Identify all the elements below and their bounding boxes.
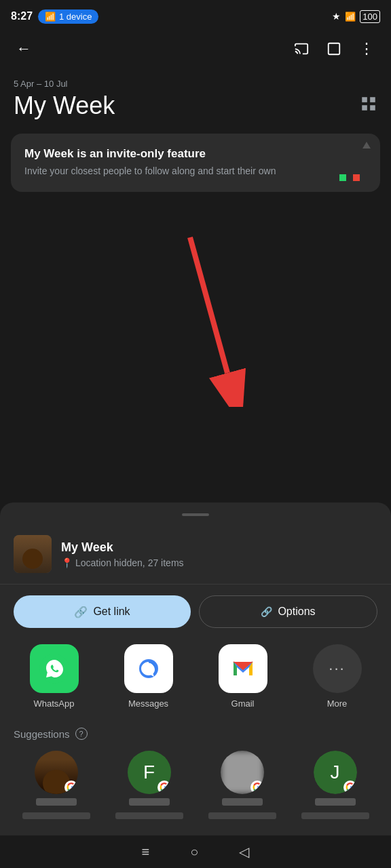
wifi-icon: 📶 — [45, 12, 56, 22]
svg-line-7 — [190, 237, 227, 373]
sheet-profile-name: My Week — [61, 540, 184, 555]
messages-label: Messages — [128, 698, 168, 709]
more-icon: ⋮ — [359, 40, 374, 58]
suggestion-avatar-4: J — [314, 751, 357, 794]
page-title-row: My Week — [14, 92, 377, 120]
system-nav: ≡ ○ ◁ — [0, 835, 391, 868]
screen-button[interactable] — [320, 35, 348, 62]
status-right: ★ 📶 100 — [332, 10, 380, 23]
suggestion-avatar-3 — [221, 751, 264, 794]
suggestion-avatar-2: F — [128, 751, 171, 794]
more-label: More — [327, 698, 348, 709]
options-label: Options — [278, 606, 315, 618]
suggestions-header: Suggestions ? — [14, 728, 377, 740]
get-link-label: Get link — [93, 606, 130, 618]
suggestion-person-2[interactable]: F — [107, 751, 191, 806]
svg-rect-2 — [362, 97, 367, 102]
svg-rect-3 — [370, 97, 375, 102]
share-more[interactable]: ··· More — [290, 644, 384, 709]
suggestions-section: Suggestions ? — [0, 722, 391, 830]
person4-initial: J — [331, 762, 340, 783]
suggestion-name-2 — [129, 798, 170, 806]
grid-view-button[interactable] — [360, 95, 377, 117]
profile-avatar — [14, 535, 52, 573]
name-blur-3 — [208, 812, 276, 819]
share-messages[interactable]: Messages — [101, 644, 196, 709]
sheet-profile-row: My Week 📍 Location hidden, 27 items — [0, 527, 391, 585]
status-bar: 8:27 📶 1 device ★ 📶 100 — [0, 0, 391, 30]
name-blur-4 — [301, 812, 369, 819]
suggestion-person-1[interactable] — [14, 751, 98, 806]
svg-rect-5 — [370, 105, 375, 111]
suggestions-row: F — [14, 751, 377, 806]
more-button[interactable]: ⋮ — [353, 35, 380, 62]
suggestions-help-icon[interactable]: ? — [75, 728, 88, 740]
suggestion-name-1 — [36, 798, 77, 806]
google-photos-badge-2 — [157, 781, 171, 794]
whatsapp-icon — [30, 644, 79, 693]
google-photos-badge-3 — [250, 781, 264, 794]
bluetooth-icon: ★ — [332, 11, 341, 22]
cast-button[interactable] — [288, 35, 315, 62]
link-icon: 🔗 — [74, 606, 88, 618]
suggestion-person-3[interactable] — [200, 751, 284, 806]
more-apps-icon: ··· — [313, 644, 362, 693]
person2-initial: F — [143, 762, 155, 783]
name-blur-2 — [115, 812, 183, 819]
share-apps-row: WhatsApp Messages — [0, 642, 391, 722]
page-header: 5 Apr – 10 Jul My Week — [0, 68, 391, 128]
hotspot-label: 1 device — [59, 12, 92, 22]
signal-icon: 📶 — [345, 12, 356, 22]
gmail-label: Gmail — [231, 698, 255, 709]
share-gmail[interactable]: Gmail — [196, 644, 290, 709]
battery-icon: 100 — [360, 10, 380, 23]
svg-rect-4 — [362, 105, 367, 111]
suggestion-person-4[interactable]: J — [293, 751, 377, 806]
home-nav-button[interactable]: ○ — [190, 844, 198, 860]
hotspot-badge: 📶 1 device — [38, 9, 98, 24]
suggestion-name-3 — [222, 798, 263, 806]
name-blur-1 — [22, 812, 90, 819]
back-button[interactable]: ← — [11, 35, 37, 63]
gmail-icon — [219, 644, 267, 693]
sheet-profile-meta: 📍 Location hidden, 27 items — [61, 557, 184, 568]
top-nav: ← ⋮ — [0, 30, 391, 68]
location-icon: 📍 — [61, 557, 73, 568]
action-buttons: 🔗 Get link 🔗 Options — [0, 595, 391, 642]
back-nav-button[interactable]: ◁ — [239, 844, 249, 860]
whatsapp-label: WhatsApp — [34, 698, 75, 709]
options-button[interactable]: 🔗 Options — [199, 595, 377, 628]
google-photos-badge-4 — [343, 781, 357, 794]
sheet-profile-info: My Week 📍 Location hidden, 27 items — [61, 540, 184, 568]
svg-rect-1 — [329, 43, 340, 55]
options-link-icon: 🔗 — [261, 606, 272, 617]
invite-card-title: My Week is an invite-only feature — [24, 147, 367, 161]
menu-nav-button[interactable]: ≡ — [142, 844, 150, 860]
suggestions-title: Suggestions — [14, 728, 70, 740]
red-arrow-overlay — [149, 231, 272, 410]
sheet-handle — [182, 513, 209, 516]
suggestion-names-row — [14, 812, 377, 819]
status-time: 8:27 — [11, 10, 33, 22]
invite-card-text: Invite your closest people to follow alo… — [24, 165, 367, 178]
page-title: My Week — [14, 92, 115, 120]
suggestion-name-4 — [315, 798, 356, 806]
date-range: 5 Apr – 10 Jul — [14, 79, 377, 89]
google-photos-badge-1 — [64, 781, 78, 794]
scroll-indicator — [362, 142, 371, 149]
nav-actions: ⋮ — [288, 35, 380, 62]
status-left: 8:27 📶 1 device — [11, 9, 98, 24]
meta-text: Location hidden, 27 items — [75, 557, 184, 568]
share-whatsapp[interactable]: WhatsApp — [7, 644, 101, 709]
get-link-button[interactable]: 🔗 Get link — [14, 595, 191, 628]
messages-icon — [124, 644, 173, 693]
suggestion-avatar-1 — [35, 751, 78, 794]
invite-card: My Week is an invite-only feature Invite… — [11, 134, 380, 192]
bottom-sheet: My Week 📍 Location hidden, 27 items 🔗 Ge… — [0, 502, 391, 868]
